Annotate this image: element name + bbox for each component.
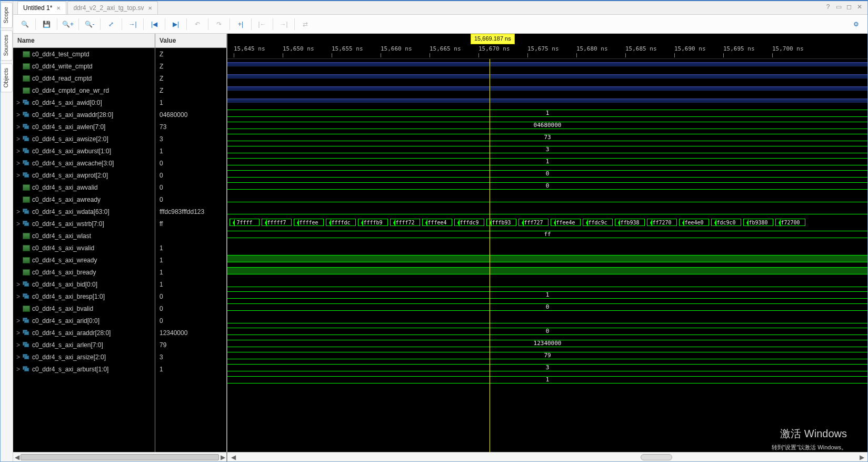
signal-name-row[interactable]: c0_ddr4_s_axi_wready (13, 254, 155, 266)
signal-value[interactable]: 1 (155, 266, 226, 278)
signal-name-row[interactable]: c0_ddr4_cmptd_one_wr_rd (13, 84, 155, 96)
signal-name-row[interactable]: >c0_ddr4_s_axi_awcache[3:0] (13, 157, 155, 169)
expand-icon[interactable]: > (16, 341, 22, 349)
close-icon[interactable]: ✕ (148, 5, 152, 11)
cursor-line[interactable] (490, 59, 490, 452)
signal-value[interactable]: 1 (155, 254, 226, 266)
signal-name-row[interactable]: c0_ddr4_s_axi_wlast (13, 230, 155, 242)
expand-icon[interactable]: > (16, 293, 22, 300)
signal-value[interactable]: 04680000 (155, 109, 226, 121)
signal-value[interactable]: 1 (155, 363, 226, 375)
help-icon[interactable]: ? (824, 3, 832, 11)
name-column-header[interactable]: Name (13, 34, 155, 48)
signal-name-row[interactable]: >c0_ddr4_s_axi_awid[0:0] (13, 96, 155, 109)
signal-hscroll[interactable]: ◀ ▶ (13, 452, 226, 461)
expand-icon[interactable]: > (16, 99, 22, 106)
signal-name-row[interactable]: >c0_ddr4_s_axi_bresp[1:0] (13, 290, 155, 302)
marker-left-icon[interactable]: |← (255, 17, 270, 32)
signal-value[interactable]: 1 (155, 242, 226, 254)
go-last-icon[interactable]: ▶| (168, 17, 183, 32)
signal-name-row[interactable]: >c0_ddr4_s_axi_arid[0:0] (13, 314, 155, 327)
goto-cursor-icon[interactable]: →| (125, 17, 140, 32)
expand-icon[interactable]: > (16, 172, 22, 179)
signal-name-row[interactable]: >c0_ddr4_s_axi_awprot[2:0] (13, 169, 155, 181)
time-ruler[interactable]: 15,645 ns15,650 ns15,655 ns15,660 ns15,6… (227, 44, 867, 59)
expand-icon[interactable]: > (16, 148, 22, 155)
signal-name-row[interactable]: >c0_ddr4_s_axi_araddr[28:0] (13, 327, 155, 339)
go-first-icon[interactable]: |◀ (147, 17, 162, 32)
add-marker-icon[interactable]: +| (233, 17, 248, 32)
wave-hscroll-thumb[interactable] (641, 454, 672, 460)
signal-name-row[interactable]: >c0_ddr4_s_axi_awlen[7:0] (13, 121, 155, 133)
signal-name-row[interactable]: >c0_ddr4_s_axi_awsize[2:0] (13, 133, 155, 145)
signal-value[interactable]: 0 (155, 314, 226, 327)
signal-name-row[interactable]: c0_ddr4_s_axi_bvalid (13, 302, 155, 314)
signal-name-row[interactable]: c0_ddr4_read_cmptd (13, 72, 155, 84)
signal-value[interactable]: 0 (155, 181, 226, 193)
expand-icon[interactable]: > (16, 160, 22, 167)
cursor-marker[interactable]: 15,669.187 ns (471, 34, 515, 44)
expand-icon[interactable]: > (16, 135, 22, 143)
side-tab-sources[interactable]: Sources (1, 30, 13, 61)
signal-value[interactable]: 1 (155, 278, 226, 290)
signal-value[interactable]: Z (155, 84, 226, 96)
save-icon[interactable]: 💾 (39, 17, 54, 32)
search-icon[interactable]: 🔍 (17, 17, 32, 32)
signal-name-row[interactable]: >c0_ddr4_s_axi_arsize[2:0] (13, 351, 155, 363)
signal-value[interactable]: 3 (155, 351, 226, 363)
side-tab-scope[interactable]: Scope (1, 2, 13, 28)
signal-value[interactable]: fffdc983fffdd123 (155, 205, 226, 218)
zoom-fit-icon[interactable]: ⤢ (104, 17, 118, 32)
expand-icon[interactable]: > (16, 281, 22, 288)
signal-name-row[interactable]: c0_ddr4_test_cmptd (13, 48, 155, 60)
signal-name-row[interactable]: >c0_ddr4_s_axi_awaddr[28:0] (13, 109, 155, 121)
signal-name-row[interactable]: c0_ddr4_s_axi_wvalid (13, 242, 155, 254)
wave-hscroll[interactable]: ◀ ▶ (227, 452, 867, 461)
expand-icon[interactable]: > (16, 111, 22, 119)
signal-name-row[interactable]: >c0_ddr4_s_axi_arburst[1:0] (13, 363, 155, 375)
side-tab-objects[interactable]: Objects (1, 63, 13, 92)
expand-icon[interactable]: > (16, 123, 22, 131)
prev-transition-icon[interactable]: ↶ (190, 17, 205, 32)
next-transition-icon[interactable]: ↷ (212, 17, 226, 32)
signal-name-row[interactable]: >c0_ddr4_s_axi_awburst[1:0] (13, 145, 155, 157)
signal-value[interactable]: ff (155, 218, 226, 230)
swap-markers-icon[interactable]: ⇄ (298, 17, 313, 32)
waveform-body[interactable]: 1046800007331007fffffffff7ffffeeffffdcff… (227, 59, 867, 452)
signal-value[interactable]: Z (155, 60, 226, 72)
signal-value[interactable]: 0 (155, 302, 226, 314)
signal-name-row[interactable]: c0_ddr4_s_axi_awvalid (13, 181, 155, 193)
value-column-header[interactable]: Value (155, 34, 226, 48)
signal-value[interactable]: 1 (155, 96, 226, 109)
expand-icon[interactable]: > (16, 329, 22, 337)
signal-value[interactable]: 79 (155, 339, 226, 351)
signal-value[interactable]: 0 (155, 193, 226, 205)
signal-value[interactable]: 0 (155, 169, 226, 181)
editor-tab[interactable]: Untitled 1*✕ (17, 1, 66, 14)
signal-name-row[interactable]: >c0_ddr4_s_axi_bid[0:0] (13, 278, 155, 290)
signal-name-row[interactable]: >c0_ddr4_s_axi_arlen[7:0] (13, 339, 155, 351)
expand-icon[interactable]: > (16, 317, 22, 325)
maximize-icon[interactable]: ◻ (845, 3, 853, 11)
signal-name-row[interactable]: >c0_ddr4_s_axi_wstrb[7:0] (13, 218, 155, 230)
signal-value[interactable]: 1 (155, 145, 226, 157)
expand-icon[interactable]: > (16, 366, 22, 373)
editor-tab[interactable]: ddr4_v2_2_axi_tg_top.sv✕ (67, 1, 158, 14)
expand-icon[interactable]: > (16, 220, 22, 228)
signal-value[interactable]: Z (155, 48, 226, 60)
signal-name-row[interactable]: >c0_ddr4_s_axi_wdata[63:0] (13, 205, 155, 218)
signal-name-row[interactable]: c0_ddr4_s_axi_awready (13, 193, 155, 205)
signal-value[interactable]: 0 (155, 290, 226, 302)
signal-value[interactable]: 73 (155, 121, 226, 133)
settings-icon[interactable]: ⚙ (849, 17, 863, 32)
minimize-icon[interactable]: ▭ (835, 3, 842, 11)
expand-icon[interactable]: > (16, 208, 22, 215)
signal-value[interactable]: 3 (155, 133, 226, 145)
signal-value[interactable]: 0 (155, 157, 226, 169)
signal-value[interactable]: Z (155, 72, 226, 84)
zoom-out-icon[interactable]: 🔍- (82, 17, 97, 32)
marker-right-icon[interactable]: →| (276, 17, 291, 32)
expand-icon[interactable]: > (16, 353, 22, 361)
zoom-in-icon[interactable]: 🔍+ (61, 17, 75, 32)
close-panel-icon[interactable]: ✕ (856, 3, 863, 11)
